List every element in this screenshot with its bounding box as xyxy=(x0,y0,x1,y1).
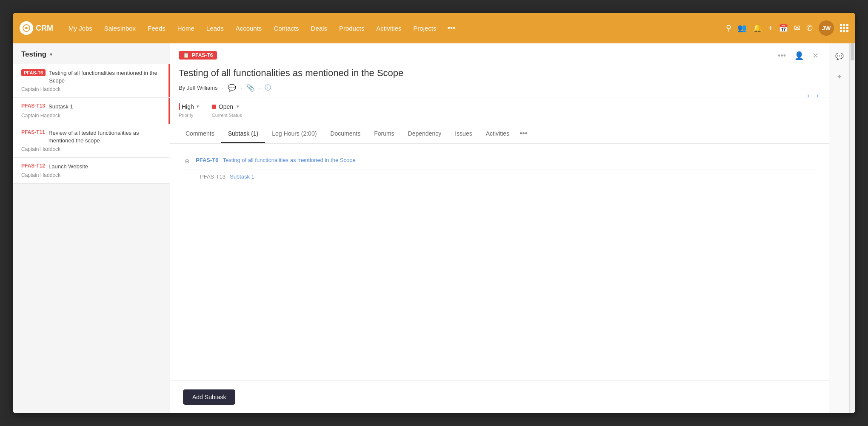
task-title: Testing of all functionalities mentioned… xyxy=(49,69,161,85)
subtask-child-id[interactable]: PFAS-T13 xyxy=(200,173,226,180)
tabs-more-icon[interactable]: ••• xyxy=(516,124,531,143)
task-item[interactable]: PFAS-T12 Launch Website Captain Haddock xyxy=(13,158,170,184)
priority-bar-indicator xyxy=(179,103,180,110)
task-project: Captain Haddock xyxy=(21,113,161,119)
sidebar-header: Testing ▾ xyxy=(13,43,170,64)
status-field-label: Current Status xyxy=(212,113,242,118)
more-options-icon[interactable]: ••• xyxy=(776,50,788,62)
tag-icon: 📋 xyxy=(183,52,189,58)
tab-forums[interactable]: Forums xyxy=(367,125,401,143)
status-row: High ▾ Priority Open ▾ Current Status xyxy=(170,97,829,124)
task-tag: 📋 PFAS-T6 xyxy=(179,51,217,60)
task-project: Captain Haddock xyxy=(21,86,161,92)
prev-nav-icon[interactable]: ‹ xyxy=(805,90,811,101)
nav-projects[interactable]: Projects xyxy=(408,22,441,34)
user-avatar[interactable]: JW xyxy=(819,20,834,36)
priority-field: High ▾ Priority xyxy=(179,103,199,118)
task-title: Launch Website xyxy=(49,163,88,170)
next-nav-icon[interactable]: › xyxy=(815,90,820,101)
detail-meta: By Jeff Williams · 💬 · 📎 · ⓘ xyxy=(179,84,820,92)
status-field: Open ▾ Current Status xyxy=(212,103,242,118)
status-value[interactable]: Open ▾ xyxy=(212,103,242,110)
top-actions: ⚲ 👥 🔔 + 📅 ✉ ✆ JW xyxy=(726,20,848,36)
nav-deals[interactable]: Deals xyxy=(306,22,332,34)
contacts-icon[interactable]: 👥 xyxy=(737,23,747,33)
priority-value[interactable]: High ▾ xyxy=(179,103,199,110)
detail-header-actions: ••• 👤 ✕ xyxy=(776,49,820,62)
detail-header: ••• 👤 ✕ 📋 PFAS-T6 Testing of all functio… xyxy=(170,43,829,97)
task-project: Captain Haddock xyxy=(21,172,161,178)
subtask-parent-id[interactable]: PFAS-T6 xyxy=(196,157,218,163)
priority-bar xyxy=(168,98,170,123)
tabs-row: Comments Subtask (1) Log Hours (2:00) Do… xyxy=(170,124,829,144)
comment-icon[interactable]: 💬 xyxy=(228,84,236,92)
tab-activities[interactable]: Activities xyxy=(479,125,516,143)
top-navigation: CRM My Jobs SalesInbox Feeds Home Leads … xyxy=(13,13,855,43)
status-dot xyxy=(212,105,216,109)
apps-grid-icon[interactable] xyxy=(840,24,848,32)
nav-my-jobs[interactable]: My Jobs xyxy=(63,22,97,34)
user-assign-icon[interactable]: 👤 xyxy=(793,49,805,62)
nav-accounts[interactable]: Accounts xyxy=(231,22,267,34)
tab-subtask[interactable]: Subtask (1) xyxy=(221,125,266,143)
tab-dependency[interactable]: Dependency xyxy=(401,125,448,143)
nav-products[interactable]: Products xyxy=(334,22,369,34)
search-icon[interactable]: ⚲ xyxy=(726,23,731,33)
subtask-child-row: PFAS-T13 Subtask 1 xyxy=(183,170,816,183)
subtask-parent-row: ⊝ PFAS-T6 Testing of all functionalities… xyxy=(183,153,816,170)
add-icon[interactable]: + xyxy=(768,24,773,33)
nav-feeds[interactable]: Feeds xyxy=(143,22,171,34)
add-subtask-bar: Add Subtask xyxy=(170,381,829,413)
nav-home[interactable]: Home xyxy=(172,22,200,34)
phone-icon[interactable]: ✆ xyxy=(806,23,813,33)
nav-activities[interactable]: Activities xyxy=(371,22,406,34)
tab-documents[interactable]: Documents xyxy=(323,125,367,143)
sidebar-title: Testing xyxy=(21,50,46,59)
tab-log-hours[interactable]: Log Hours (2:00) xyxy=(265,125,323,143)
task-title: Subtask 1 xyxy=(49,103,73,111)
nav-contacts[interactable]: Contacts xyxy=(268,22,304,34)
nav-more[interactable]: ••• xyxy=(443,21,460,35)
detail-body: ⊝ PFAS-T6 Testing of all functionalities… xyxy=(170,144,829,381)
nav-links: My Jobs SalesInbox Feeds Home Leads Acco… xyxy=(63,21,726,35)
nav-leads[interactable]: Leads xyxy=(201,22,229,34)
tag-id: PFAS-T6 xyxy=(192,52,213,58)
task-id-link: PFAS-T12 xyxy=(21,163,45,169)
nav-salesinbox[interactable]: SalesInbox xyxy=(99,22,141,34)
tab-comments[interactable]: Comments xyxy=(179,125,221,143)
chat-icon[interactable]: 💬 xyxy=(833,49,846,63)
task-id-link: PFAS-T11 xyxy=(21,129,45,135)
app-logo[interactable]: CRM xyxy=(20,21,53,35)
subtask-parent-title[interactable]: Testing of all functionalities as mentio… xyxy=(223,157,355,163)
priority-label: High xyxy=(182,103,194,110)
task-project: Captain Haddock xyxy=(21,146,161,152)
task-id-badge: PFAS-T6 xyxy=(21,69,46,76)
collapse-icon[interactable]: ⊝ xyxy=(183,157,191,165)
status-label: Open xyxy=(219,103,233,110)
settings-icon[interactable]: ✦ xyxy=(833,70,846,83)
task-title: Review of all tested functionalities as … xyxy=(49,129,161,145)
attachment-icon[interactable]: 📎 xyxy=(246,84,255,92)
right-panel: ••• 👤 ✕ 📋 PFAS-T6 Testing of all functio… xyxy=(170,43,829,413)
sidebar-dropdown-icon[interactable]: ▾ xyxy=(50,51,52,57)
calendar-icon[interactable]: 📅 xyxy=(779,23,788,33)
add-subtask-button[interactable]: Add Subtask xyxy=(183,389,235,405)
close-icon[interactable]: ✕ xyxy=(811,49,820,62)
detail-title: Testing of all functionalities as mentio… xyxy=(179,67,820,80)
right-icons-panel: 💬 ✦ xyxy=(829,43,849,413)
tab-issues[interactable]: Issues xyxy=(448,125,479,143)
task-item[interactable]: PFAS-T6 Testing of all functionalities m… xyxy=(13,64,170,98)
priority-bar xyxy=(168,64,170,97)
main-content: Testing ▾ PFAS-T6 Testing of all functio… xyxy=(13,43,855,413)
notifications-icon[interactable]: 🔔 xyxy=(753,23,762,33)
info-icon[interactable]: ⓘ xyxy=(265,84,271,92)
subtask-child-title[interactable]: Subtask 1 xyxy=(230,173,254,180)
mail-icon[interactable]: ✉ xyxy=(794,23,800,33)
task-id-link: PFAS-T13 xyxy=(21,103,45,109)
detail-author: By Jeff Williams xyxy=(179,85,218,91)
task-item[interactable]: PFAS-T13 Subtask 1 Captain Haddock xyxy=(13,98,170,124)
scrollbar[interactable] xyxy=(849,43,855,413)
app-name: CRM xyxy=(36,24,53,33)
task-item[interactable]: PFAS-T11 Review of all tested functional… xyxy=(13,124,170,158)
priority-field-label: Priority xyxy=(179,113,199,118)
